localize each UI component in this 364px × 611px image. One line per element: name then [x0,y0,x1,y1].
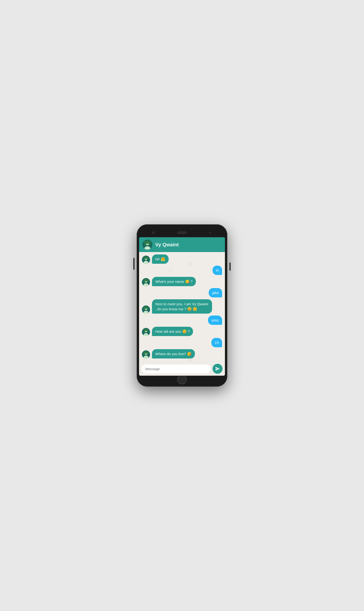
phone-bottom [177,377,187,382]
avatar-image [142,256,150,264]
svg-point-11 [147,257,149,260]
message-bubble: 23 [211,338,222,347]
message-row: Where do you live? 😘 [142,349,222,359]
svg-point-23 [147,307,149,310]
message-avatar [142,256,150,264]
power-button [230,263,231,271]
front-camera [152,231,155,234]
avatar-image [142,350,150,359]
avatar-image [142,328,150,336]
message-row: Nice to meet you, I am Vy Qwaint , do yo… [142,299,222,314]
message-bubble: hi [212,266,222,275]
message-bubble: How old are you 😊 ? [152,327,193,336]
avatar-image [142,306,150,314]
svg-point-35 [147,352,149,354]
message-avatar [142,328,150,336]
message-avatar [142,350,150,359]
svg-point-17 [147,279,149,282]
message-bubble: Nice to meet you, I am Vy Qwaint , do yo… [152,299,212,314]
message-row: 23 [142,338,222,347]
message-row: Hi! 🤗 [142,254,222,264]
svg-point-5 [148,241,151,245]
svg-point-16 [143,279,145,282]
message-row: What's your name 😋 ? [142,277,222,286]
contact-name: Vy Qwaint [155,242,179,248]
message-row: jake [142,288,222,297]
send-icon [215,366,220,371]
avatar-image [142,278,150,286]
phone-frame: Vy Qwaint Hi! 🤗hi What's your name 😋 ?ja… [137,224,227,387]
svg-point-10 [143,257,145,260]
speaker [177,231,187,234]
volume-button [133,258,134,270]
svg-point-4 [144,241,146,245]
message-avatar [142,306,150,314]
phone-top-bar [139,229,225,236]
message-bubble: jake [209,288,222,297]
message-row: yess [142,316,222,325]
chat-input-area [139,362,225,376]
header-avatar [143,240,152,250]
home-button[interactable] [177,375,187,384]
svg-point-34 [143,352,145,354]
chat-header: Vy Qwaint [139,237,225,252]
phone-screen: Vy Qwaint Hi! 🤗hi What's your name 😋 ?ja… [139,237,225,376]
message-bubble: Where do you live? 😘 [152,349,195,359]
svg-point-22 [143,307,145,310]
message-bubble: Hi! 🤗 [152,254,169,264]
message-row: How old are you 😊 ? [142,327,222,336]
avatar-image [143,240,152,250]
message-bubble: What's your name 😋 ? [152,277,196,286]
led-indicator [209,232,211,233]
message-avatar [142,278,150,286]
message-row: hi [142,266,222,275]
send-button[interactable] [212,364,222,374]
svg-point-28 [143,329,145,332]
message-bubble: yess [208,316,222,325]
svg-point-29 [147,329,149,332]
message-input[interactable] [142,364,211,373]
chat-body: Hi! 🤗hi What's your name 😋 ?jake Nice to… [139,252,225,362]
